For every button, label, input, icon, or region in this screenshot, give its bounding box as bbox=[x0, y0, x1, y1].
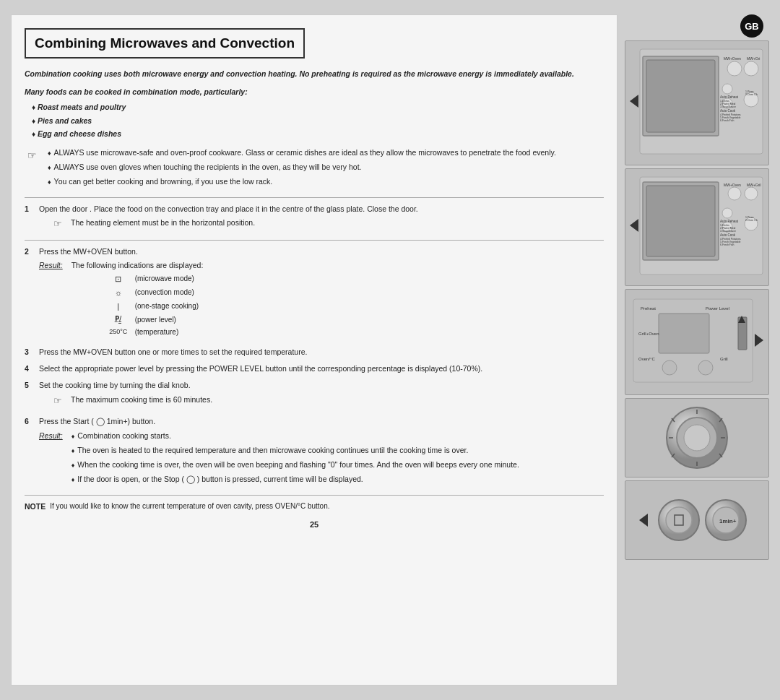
appliance-panel-4 bbox=[625, 398, 769, 478]
note-footer-label: NOTE bbox=[25, 501, 46, 512]
svg-text:Preheat: Preheat bbox=[641, 306, 656, 311]
dial-svg bbox=[650, 404, 744, 472]
step-3-text: Press the MW+OVEN button one or more tim… bbox=[39, 347, 307, 356]
step-5-note-icon: ☞ bbox=[53, 394, 66, 408]
step-5-content: Set the cooking time by turning the dial… bbox=[39, 380, 604, 410]
step-2-content: Press the MW+OVEN button. Result: The fo… bbox=[39, 246, 604, 341]
page-container: Combining Microwaves and Convection Comb… bbox=[0, 0, 780, 700]
food-item-2: Pies and cakes bbox=[32, 116, 604, 127]
foods-heading: Many foods can be cooked in combination … bbox=[25, 87, 604, 98]
svg-marker-21 bbox=[630, 219, 638, 232]
step-6: 6 Press the Start ( ◯ 1min+) button. Res… bbox=[25, 416, 604, 488]
result-row-1: ☼ (convection mode) bbox=[108, 288, 204, 299]
svg-text:Grill: Grill bbox=[720, 357, 728, 361]
step-6-bullet-2: When the cooking time is over, the oven … bbox=[72, 459, 519, 470]
step-2-result-content: The following indications are displayed:… bbox=[72, 260, 204, 341]
note-footer: NOTE If you would like to know the curre… bbox=[25, 501, 604, 512]
divider-2 bbox=[25, 240, 604, 241]
food-item-3: Egg and cheese dishes bbox=[32, 129, 604, 140]
note-3: You can get better cooking and browning,… bbox=[48, 176, 604, 187]
note-icon-1: ☞ bbox=[27, 148, 42, 191]
result-icon-0: ⊡ bbox=[108, 274, 129, 285]
step-3: 3 Press the MW+OVEN button one or more t… bbox=[25, 347, 604, 358]
svg-point-28 bbox=[745, 187, 758, 200]
appliance-panel-5: 1min+ bbox=[625, 480, 769, 560]
page-title: Combining Microwaves and Convection bbox=[35, 35, 295, 51]
start-svg: 1min+ bbox=[636, 486, 758, 555]
svg-point-8 bbox=[722, 84, 732, 94]
svg-point-67 bbox=[666, 507, 692, 533]
svg-text:Auto Cook: Auto Cook bbox=[720, 109, 736, 113]
step-1-text: Open the door . Place the food on the co… bbox=[39, 204, 418, 213]
svg-rect-46 bbox=[659, 314, 709, 353]
step-1-note-text: The heating element must be in the horiz… bbox=[71, 217, 255, 231]
right-panel: GB MW+Oven MW+Gri bbox=[625, 14, 769, 686]
result-text-0: (microwave mode) bbox=[135, 274, 194, 285]
divider-1 bbox=[25, 197, 604, 198]
result-row-3: P̲/̲̲ (power level) bbox=[108, 315, 204, 326]
svg-text:3.Soup/Sauce: 3.Soup/Sauce bbox=[720, 230, 736, 233]
step-2-result: Result: The following indications are di… bbox=[39, 260, 604, 341]
result-row-4: 250°C (temperature) bbox=[108, 327, 204, 338]
svg-marker-65 bbox=[639, 514, 648, 527]
note-2: ALWAYS use oven gloves when touching the… bbox=[48, 162, 604, 173]
gb-badge-container: GB bbox=[625, 14, 769, 38]
appliance-panel-3: Preheat Power Level Grill+Oven Oven/°C G… bbox=[625, 289, 769, 395]
step-6-bullet-1: The oven is heated to the required tempe… bbox=[72, 445, 519, 456]
svg-text:MW+Gri: MW+Gri bbox=[747, 56, 760, 61]
step-4-content: Select the appropriate power level by pr… bbox=[39, 363, 604, 374]
step-4-text: Select the appropriate power level by pr… bbox=[39, 364, 482, 373]
step-1: 1 Open the door . Place the food on the … bbox=[25, 204, 604, 234]
svg-text:Auto Cook: Auto Cook bbox=[720, 233, 736, 237]
step-2-text: Press the MW+OVEN button. bbox=[39, 247, 138, 256]
gb-badge: GB bbox=[740, 14, 763, 38]
result-row-0: ⊡ (microwave mode) bbox=[108, 274, 204, 285]
gb-label: GB bbox=[745, 21, 759, 32]
svg-text:Power Level: Power Level bbox=[706, 306, 729, 311]
appliance-svg-2: MW+Oven MW+Gril Auto Reheat 1.Drinks 2.P… bbox=[630, 173, 763, 278]
result-icon-2: | bbox=[108, 301, 129, 313]
svg-text:1min+: 1min+ bbox=[719, 518, 737, 524]
svg-text:Grill+Oven: Grill+Oven bbox=[638, 332, 659, 336]
svg-marker-0 bbox=[630, 95, 638, 108]
step-2-num: 2 bbox=[25, 246, 35, 341]
divider-3 bbox=[25, 495, 604, 496]
step-6-result: Result: Combination cooking starts. The … bbox=[39, 431, 604, 489]
svg-point-52 bbox=[662, 360, 677, 375]
result-row-2: | (one-stage cooking) bbox=[108, 301, 204, 313]
svg-point-56 bbox=[684, 425, 710, 451]
appliance-panel-1: MW+Oven MW+Gri Auto Reheat 1.Drinks 2.Pl… bbox=[625, 40, 769, 165]
svg-text:2.Oven Ch: 2.Oven Ch bbox=[745, 219, 758, 222]
left-panel: Combining Microwaves and Convection Comb… bbox=[11, 14, 618, 686]
appliance-svg-3: Preheat Power Level Grill+Oven Oven/°C G… bbox=[630, 295, 763, 386]
result-label-2: Result: bbox=[39, 260, 63, 271]
result-text-4: (temperature) bbox=[135, 327, 179, 338]
step-6-num: 6 bbox=[25, 416, 35, 488]
step-6-bullet-0: Combination cooking starts. bbox=[72, 431, 519, 441]
svg-text:Auto Reheat: Auto Reheat bbox=[720, 95, 739, 99]
svg-text:MW+Gril: MW+Gril bbox=[747, 183, 761, 187]
svg-text:2.Oven Ch: 2.Oven Ch bbox=[745, 93, 758, 96]
step-6-result-bullets: Combination cooking starts. The oven is … bbox=[72, 431, 519, 489]
page-number: 25 bbox=[25, 519, 604, 531]
step-1-num: 1 bbox=[25, 204, 35, 234]
step-2: 2 Press the MW+OVEN button. Result: The … bbox=[25, 246, 604, 341]
step-4: 4 Select the appropriate power level by … bbox=[25, 363, 604, 374]
result-text-3: (power level) bbox=[135, 315, 176, 326]
title-box: Combining Microwaves and Convection bbox=[25, 28, 305, 59]
note-bullets: ALWAYS use microwave-safe and oven-proof… bbox=[48, 147, 604, 191]
step-5-note: ☞ The maximum cooking time is 60 minutes… bbox=[53, 394, 604, 408]
step-4-num: 4 bbox=[25, 363, 35, 374]
svg-point-26 bbox=[728, 187, 741, 200]
step-5: 5 Set the cooking time by turning the di… bbox=[25, 380, 604, 410]
svg-marker-42 bbox=[755, 334, 763, 347]
note-footer-text: If you would like to know the current te… bbox=[50, 501, 329, 512]
result-icon-3: P̲/̲̲ bbox=[108, 315, 129, 324]
result-text-2: (one-stage cooking) bbox=[135, 301, 199, 312]
intro-text: Combination cooking uses both microwave … bbox=[25, 69, 604, 79]
svg-text:6.Fresh Fish: 6.Fresh Fish bbox=[720, 243, 734, 246]
step-5-note-text: The maximum cooking time is 60 minutes. bbox=[71, 394, 212, 408]
svg-text:MW+Oven: MW+Oven bbox=[724, 56, 741, 61]
result-icon-4: 250°C bbox=[108, 327, 129, 337]
svg-point-7 bbox=[744, 61, 758, 76]
